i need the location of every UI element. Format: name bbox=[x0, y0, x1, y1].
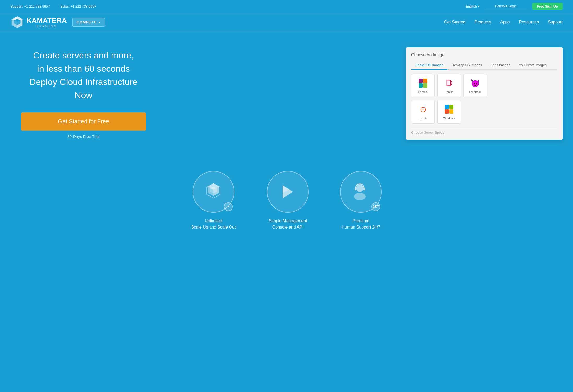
feature-label-management: Simple Management Console and API bbox=[269, 218, 307, 230]
feature-circle-support: 24/7 bbox=[340, 171, 382, 213]
hero-title: Create servers and more, in less than 60… bbox=[21, 49, 146, 102]
support-phone: Support: +1 212 738 9657 bbox=[10, 4, 50, 8]
feature-label-support: Premium Human Support 24/7 bbox=[342, 218, 380, 230]
contact-info: Support: +1 212 738 9657 Sales: +1 212 7… bbox=[10, 4, 96, 8]
top-bar: Support: +1 212 738 9657 Sales: +1 212 7… bbox=[0, 0, 573, 13]
tab-private-images[interactable]: My Private Images bbox=[514, 61, 551, 70]
logo[interactable]: KAMATERA EXPRESS bbox=[10, 15, 67, 29]
nav-products[interactable]: Products bbox=[475, 20, 491, 24]
main-nav: KAMATERA EXPRESS COMPUTE ▾ Get Started P… bbox=[0, 13, 573, 32]
freebsd-icon: 😈 bbox=[470, 78, 480, 88]
nav-apps[interactable]: Apps bbox=[500, 20, 510, 24]
server-specs-label: Choose Server Specs bbox=[411, 128, 557, 134]
windows-icon bbox=[444, 104, 454, 114]
feature-circle-scale: ✓ bbox=[193, 171, 234, 213]
panel-tabs: Server OS Images Desktop OS Images Apps … bbox=[411, 61, 557, 70]
feature-support-line1: Premium bbox=[353, 219, 369, 223]
hero-section: Create servers and more, in less than 60… bbox=[0, 32, 573, 155]
svg-rect-19 bbox=[363, 188, 365, 190]
feature-unlimited-scale: ✓ Unlimited Scale Up and Scale Out bbox=[191, 171, 236, 230]
checkmark-badge: ✓ bbox=[224, 202, 233, 211]
logo-name: KAMATERA bbox=[27, 16, 67, 24]
top-bar-right: English ▾ Console Login Free Sign Up bbox=[466, 2, 563, 10]
ubuntu-icon: ⊙ bbox=[418, 104, 428, 114]
free-signup-button[interactable]: Free Sign Up bbox=[532, 3, 563, 10]
support-icon bbox=[350, 181, 371, 202]
freebsd-label: FreeBSD bbox=[469, 90, 481, 94]
tab-desktop-os[interactable]: Desktop OS Images bbox=[447, 61, 486, 70]
tab-apps-images[interactable]: Apps Images bbox=[486, 61, 514, 70]
svg-rect-18 bbox=[355, 188, 356, 190]
ubuntu-label: Ubuntu bbox=[418, 117, 427, 120]
centos-icon bbox=[418, 78, 428, 88]
image-chooser-panel: Choose An Image Server OS Images Desktop… bbox=[406, 47, 563, 140]
console-login-link[interactable]: Console Login bbox=[485, 2, 527, 10]
os-item-windows[interactable]: Windows bbox=[437, 100, 461, 124]
nav-get-started[interactable]: Get Started bbox=[444, 20, 465, 24]
console-icon bbox=[279, 183, 297, 201]
language-label: English bbox=[466, 4, 477, 8]
kamatera-logo-icon bbox=[10, 15, 24, 29]
chevron-down-icon: ▾ bbox=[99, 21, 100, 24]
os-item-centos[interactable]: CentOS bbox=[411, 74, 435, 97]
compute-label: COMPUTE bbox=[77, 20, 97, 24]
sales-phone: Sales: +1 212 738 9657 bbox=[60, 4, 96, 8]
feature-label-scale: Unlimited Scale Up and Scale Out bbox=[191, 218, 236, 230]
support-badge: 24/7 bbox=[371, 202, 380, 211]
get-started-button[interactable]: Get Started for Free bbox=[21, 112, 146, 131]
svg-point-16 bbox=[356, 185, 363, 192]
feature-mgmt-line2: Console and API bbox=[272, 225, 303, 229]
nav-support[interactable]: Support bbox=[548, 20, 563, 24]
hero-right: Choose An Image Server OS Images Desktop… bbox=[406, 47, 563, 140]
chevron-down-icon: ▾ bbox=[478, 5, 479, 8]
nav-left: KAMATERA EXPRESS COMPUTE ▾ bbox=[10, 15, 105, 29]
feature-management: Simple Management Console and API bbox=[267, 171, 309, 230]
os-item-debian[interactable]: 𝔻 Debian bbox=[437, 74, 461, 97]
windows-label: Windows bbox=[443, 117, 455, 120]
svg-point-17 bbox=[354, 193, 366, 200]
trial-text: 30-Days Free Trial bbox=[21, 134, 146, 139]
language-selector[interactable]: English ▾ bbox=[466, 4, 479, 8]
os-item-freebsd[interactable]: 😈 FreeBSD bbox=[463, 74, 487, 97]
feature-circle-management bbox=[267, 171, 309, 213]
debian-label: Debian bbox=[445, 90, 454, 94]
tab-server-os[interactable]: Server OS Images bbox=[411, 61, 447, 70]
hero-title-line3: Deploy Cloud Infrastructure Now bbox=[29, 77, 138, 100]
feature-support-line2: Human Support 24/7 bbox=[342, 225, 380, 229]
feature-scale-line2: Scale Up and Scale Out bbox=[191, 225, 236, 229]
centos-label: CentOS bbox=[418, 90, 428, 94]
feature-scale-line1: Unlimited bbox=[205, 219, 222, 223]
panel-title: Choose An Image bbox=[411, 53, 557, 57]
logo-text: KAMATERA EXPRESS bbox=[27, 16, 67, 28]
hero-title-line1: Create servers and more, bbox=[33, 50, 134, 60]
features-section: ✓ Unlimited Scale Up and Scale Out Simpl… bbox=[0, 155, 573, 243]
feature-support: 24/7 Premium Human Support 24/7 bbox=[340, 171, 382, 230]
compute-dropdown-button[interactable]: COMPUTE ▾ bbox=[72, 18, 105, 27]
hero-title-line2: in less than 60 seconds bbox=[37, 64, 130, 74]
feature-mgmt-line1: Simple Management bbox=[269, 219, 307, 223]
nav-resources[interactable]: Resources bbox=[519, 20, 539, 24]
os-grid: CentOS 𝔻 Debian 😈 FreeBSD ⊙ Ubuntu bbox=[411, 74, 557, 124]
nav-right: Get Started Products Apps Resources Supp… bbox=[444, 20, 563, 24]
os-item-ubuntu[interactable]: ⊙ Ubuntu bbox=[411, 100, 435, 124]
scale-icon bbox=[203, 181, 224, 202]
debian-icon: 𝔻 bbox=[444, 78, 454, 88]
logo-sub: EXPRESS bbox=[27, 24, 67, 28]
hero-left: Create servers and more, in less than 60… bbox=[21, 49, 146, 139]
